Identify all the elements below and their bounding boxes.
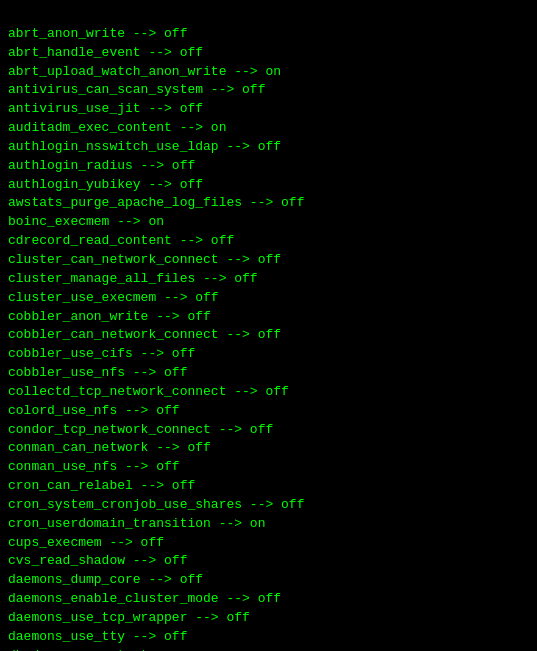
- terminal-line: conman_can_network --> off: [8, 439, 529, 458]
- terminal-line: boinc_execmem --> on: [8, 213, 529, 232]
- terminal-line: cron_system_cronjob_use_shares --> off: [8, 496, 529, 515]
- terminal-line: authlogin_nsswitch_use_ldap --> off: [8, 138, 529, 157]
- terminal-line: conman_use_nfs --> off: [8, 458, 529, 477]
- terminal-line: antivirus_can_scan_system --> off: [8, 81, 529, 100]
- terminal-line: colord_use_nfs --> off: [8, 402, 529, 421]
- terminal-line: cobbler_can_network_connect --> off: [8, 326, 529, 345]
- terminal-line: cron_userdomain_transition --> on: [8, 515, 529, 534]
- terminal-line: condor_tcp_network_connect --> off: [8, 421, 529, 440]
- terminal-line: cobbler_use_nfs --> off: [8, 364, 529, 383]
- terminal-line: authlogin_yubikey --> off: [8, 176, 529, 195]
- terminal-line: antivirus_use_jit --> off: [8, 100, 529, 119]
- terminal-line: daemons_use_tty --> off: [8, 628, 529, 647]
- terminal-line: cron_can_relabel --> off: [8, 477, 529, 496]
- terminal-line: cvs_read_shadow --> off: [8, 552, 529, 571]
- terminal-line: abrt_anon_write --> off: [8, 25, 529, 44]
- terminal-line: cluster_can_network_connect --> off: [8, 251, 529, 270]
- terminal-line: cups_execmem --> off: [8, 534, 529, 553]
- terminal-output: abrt_anon_write --> offabrt_handle_event…: [8, 6, 529, 651]
- terminal-line: auditadm_exec_content --> on: [8, 119, 529, 138]
- terminal-line: daemons_use_tcp_wrapper --> off: [8, 609, 529, 628]
- terminal-line: cluster_manage_all_files --> off: [8, 270, 529, 289]
- terminal-line: dbadm_exec_content --> on: [8, 647, 529, 651]
- terminal-line: cobbler_anon_write --> off: [8, 308, 529, 327]
- terminal-line: cdrecord_read_content --> off: [8, 232, 529, 251]
- terminal-line: abrt_upload_watch_anon_write --> on: [8, 63, 529, 82]
- terminal-line: authlogin_radius --> off: [8, 157, 529, 176]
- terminal-line: awstats_purge_apache_log_files --> off: [8, 194, 529, 213]
- terminal-line: collectd_tcp_network_connect --> off: [8, 383, 529, 402]
- terminal-line: cluster_use_execmem --> off: [8, 289, 529, 308]
- terminal-line: daemons_dump_core --> off: [8, 571, 529, 590]
- terminal-line: daemons_enable_cluster_mode --> off: [8, 590, 529, 609]
- terminal-line: abrt_handle_event --> off: [8, 44, 529, 63]
- terminal-line: cobbler_use_cifs --> off: [8, 345, 529, 364]
